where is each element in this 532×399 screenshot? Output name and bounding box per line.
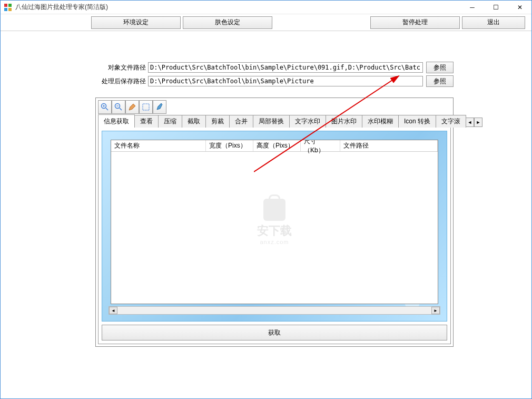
dest-browse-button[interactable]: 参照 bbox=[426, 75, 454, 87]
window-controls: ─ ☐ ✕ bbox=[460, 1, 531, 14]
select-rect-icon[interactable] bbox=[139, 100, 153, 114]
svg-rect-2 bbox=[4, 8, 7, 11]
acquire-button[interactable]: 获取 bbox=[102, 325, 447, 340]
svg-rect-1 bbox=[8, 4, 12, 7]
dest-path-input[interactable] bbox=[148, 76, 423, 86]
tab-scroll-right[interactable]: ► bbox=[474, 118, 482, 127]
tab-1[interactable]: 查看 bbox=[134, 115, 159, 128]
tab-0[interactable]: 信息获取 bbox=[98, 114, 135, 128]
tab-9[interactable]: 水印模糊 bbox=[362, 115, 399, 128]
tab-4[interactable]: 剪裁 bbox=[205, 115, 230, 128]
source-browse-button[interactable]: 参照 bbox=[426, 62, 454, 73]
tab-10[interactable]: Icon 转换 bbox=[398, 115, 436, 128]
column-header-0[interactable]: 文件名称 bbox=[111, 140, 206, 151]
dest-path-label: 处理后保存路径 bbox=[101, 77, 146, 86]
watermark: 安下载 anxz.com bbox=[257, 199, 292, 245]
preview-panel: 文件名称宽度（Pixs）高度（Pixs）尺寸（Kb）文件路径 安下载 anxz.… bbox=[102, 131, 447, 322]
source-path-input[interactable] bbox=[148, 62, 423, 73]
icon-toolbar bbox=[98, 100, 451, 114]
tab-7[interactable]: 文字水印 bbox=[289, 115, 326, 128]
tab-3[interactable]: 截取 bbox=[182, 115, 206, 128]
zoom-in-icon[interactable] bbox=[98, 100, 112, 114]
tab-11[interactable]: 文字滚 bbox=[436, 115, 466, 128]
svg-rect-12 bbox=[143, 104, 149, 110]
content-area: 对象文件路径 参照 处理后保存路径 参照 信息获取查看压缩截取剪裁合并局部替换文… bbox=[1, 31, 531, 398]
svg-line-10 bbox=[120, 108, 122, 110]
maximize-button[interactable]: ☐ bbox=[484, 1, 508, 14]
tab-2[interactable]: 压缩 bbox=[158, 115, 182, 128]
tab-scroll-left[interactable]: ◄ bbox=[466, 118, 474, 127]
file-table: 文件名称宽度（Pixs）高度（Pixs）尺寸（Kb）文件路径 安下载 anxz.… bbox=[111, 140, 438, 304]
app-icon bbox=[4, 3, 12, 12]
skin-settings-button[interactable]: 肤色设定 bbox=[183, 16, 272, 29]
tab-8[interactable]: 图片水印 bbox=[326, 115, 362, 128]
source-path-label: 对象文件路径 bbox=[101, 63, 146, 72]
pencil-icon[interactable] bbox=[125, 100, 139, 114]
window-title: 八仙过海图片批处理专家(简洁版) bbox=[15, 3, 460, 12]
tab-6[interactable]: 局部替换 bbox=[253, 115, 290, 128]
titlebar: 八仙过海图片批处理专家(简洁版) ─ ☐ ✕ bbox=[1, 1, 531, 14]
close-button[interactable]: ✕ bbox=[508, 1, 531, 14]
horizontal-scrollbar[interactable]: ◄ ► bbox=[109, 306, 440, 315]
top-toolbar: 环境设定 肤色设定 暂停处理 退出 bbox=[1, 14, 531, 31]
zoom-out-icon[interactable] bbox=[112, 100, 125, 114]
svg-rect-3 bbox=[8, 8, 12, 11]
tab-5[interactable]: 合并 bbox=[229, 115, 253, 128]
column-header-1[interactable]: 宽度（Pixs） bbox=[206, 140, 253, 151]
column-header-3[interactable]: 尺寸（Kb） bbox=[301, 140, 340, 151]
svg-rect-0 bbox=[4, 4, 7, 7]
eyedropper-icon[interactable] bbox=[153, 100, 166, 114]
scroll-left-button[interactable]: ◄ bbox=[109, 307, 117, 314]
column-header-2[interactable]: 高度（Pixs） bbox=[253, 140, 301, 151]
pause-button[interactable]: 暂停处理 bbox=[370, 16, 460, 29]
tab-bar: 信息获取查看压缩截取剪裁合并局部替换文字水印图片水印水印模糊Icon 转换文字滚… bbox=[98, 116, 451, 128]
exit-button[interactable]: 退出 bbox=[462, 16, 525, 29]
column-header-4[interactable]: 文件路径 bbox=[340, 140, 438, 151]
scroll-right-button[interactable]: ► bbox=[431, 307, 440, 314]
minimize-button[interactable]: ─ bbox=[460, 1, 484, 14]
svg-line-6 bbox=[106, 108, 108, 110]
env-settings-button[interactable]: 环境设定 bbox=[91, 16, 181, 29]
